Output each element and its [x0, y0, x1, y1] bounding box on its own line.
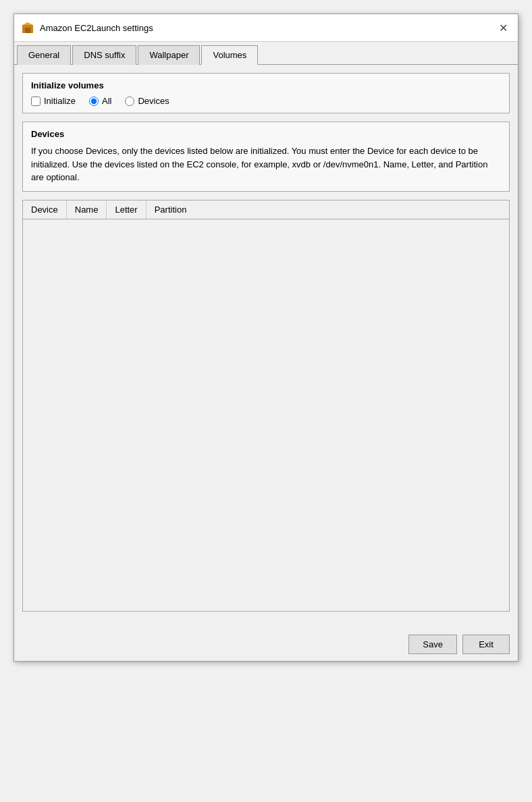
- svg-rect-2: [25, 28, 30, 33]
- close-button[interactable]: ✕: [495, 20, 511, 36]
- footer: Save Exit: [14, 628, 518, 661]
- title-bar-left: Amazon EC2Launch settings: [21, 21, 153, 34]
- devices-table: Device Name Letter Partition: [22, 200, 510, 612]
- svg-marker-1: [22, 22, 33, 25]
- tab-content: Initialize volumes Initialize All Device…: [14, 65, 518, 628]
- table-body: [23, 219, 509, 611]
- initialize-checkbox-label[interactable]: Initialize: [31, 96, 76, 106]
- radio-all-label[interactable]: All: [89, 96, 111, 106]
- init-section-title: Initialize volumes: [31, 80, 501, 90]
- radio-all[interactable]: [89, 97, 99, 106]
- col-letter: Letter: [107, 200, 146, 219]
- initialize-label: Initialize: [44, 96, 76, 106]
- devices-description: If you choose Devices, only the devices …: [31, 144, 501, 184]
- main-window: Amazon EC2Launch settings ✕ General DNS …: [14, 14, 518, 662]
- col-name: Name: [67, 200, 107, 219]
- radio-devices[interactable]: [125, 97, 134, 106]
- save-button[interactable]: Save: [408, 635, 457, 654]
- initialize-volumes-section: Initialize volumes Initialize All Device…: [22, 73, 510, 113]
- tab-wallpaper[interactable]: Wallpaper: [138, 45, 200, 65]
- devices-section-title: Devices: [31, 129, 501, 139]
- title-bar: Amazon EC2Launch settings ✕: [14, 14, 518, 42]
- tab-bar: General DNS suffix Wallpaper Volumes: [14, 42, 518, 65]
- tab-volumes[interactable]: Volumes: [201, 45, 258, 65]
- window-title: Amazon EC2Launch settings: [40, 23, 153, 33]
- col-device: Device: [23, 200, 67, 219]
- tab-dns-suffix[interactable]: DNS suffix: [72, 45, 136, 65]
- table-header: Device Name Letter Partition: [23, 200, 509, 219]
- exit-button[interactable]: Exit: [462, 635, 510, 654]
- col-partition: Partition: [147, 200, 195, 219]
- radio-devices-text: Devices: [138, 96, 169, 106]
- app-icon: [21, 21, 34, 34]
- initialize-checkbox[interactable]: [31, 97, 41, 106]
- radio-all-text: All: [102, 96, 111, 106]
- tab-general[interactable]: General: [17, 45, 71, 65]
- radio-devices-label[interactable]: Devices: [125, 96, 169, 106]
- init-controls: Initialize All Devices: [31, 96, 501, 106]
- devices-section: Devices If you choose Devices, only the …: [22, 122, 510, 192]
